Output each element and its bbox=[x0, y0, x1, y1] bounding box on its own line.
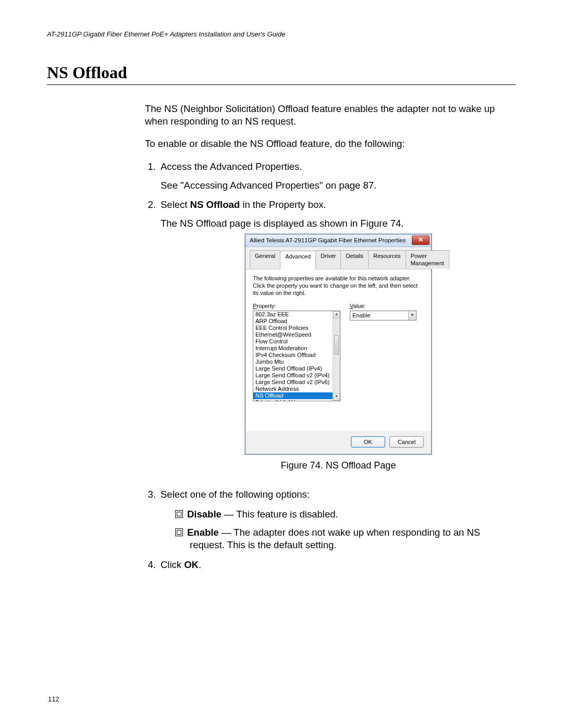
step-2-pre: Select bbox=[161, 199, 190, 210]
scroll-down-icon[interactable]: ▼ bbox=[333, 393, 340, 401]
tab-driver[interactable]: Driver bbox=[315, 250, 341, 269]
option-disable-label: Disable bbox=[187, 509, 222, 520]
advanced-panel: The following properties are available f… bbox=[246, 269, 431, 431]
property-item[interactable]: Priority & VLAN bbox=[253, 399, 333, 401]
tab-advanced[interactable]: Advanced bbox=[280, 251, 316, 269]
section-title: NS Offload bbox=[47, 63, 516, 85]
tab-resources[interactable]: Resources bbox=[368, 250, 406, 269]
tab-power-management[interactable]: Power Management bbox=[406, 250, 449, 269]
page-number: 112 bbox=[48, 695, 59, 703]
option-enable-label: Enable bbox=[187, 527, 219, 538]
option-enable: Enable — The adapter does not wake up wh… bbox=[175, 526, 516, 551]
dialog-titlebar: Allied Telesis AT-2911GP Gigabit Fiber E… bbox=[246, 235, 431, 247]
listbox-scrollbar[interactable]: ▲ ▼ bbox=[333, 311, 340, 401]
property-item[interactable]: Large Send Offload v2 (IPv6) bbox=[253, 379, 333, 386]
value-selected: Enable bbox=[350, 312, 408, 319]
property-item[interactable]: Large Send Offload v2 (IPv4) bbox=[253, 372, 333, 379]
ok-button[interactable]: OK bbox=[351, 436, 385, 448]
bullet-icon bbox=[175, 510, 183, 518]
step-1-sub: See "Accessing Advanced Properties" on p… bbox=[161, 179, 516, 192]
property-item[interactable]: EEE Control Policies bbox=[253, 325, 333, 331]
dialog-title: Allied Telesis AT-2911GP Gigabit Fiber E… bbox=[250, 237, 406, 244]
tab-details[interactable]: Details bbox=[340, 250, 369, 269]
properties-dialog: Allied Telesis AT-2911GP Gigabit Fiber E… bbox=[245, 234, 432, 454]
step-4: Click OK. bbox=[158, 559, 516, 571]
tab-general[interactable]: General bbox=[250, 250, 280, 269]
step-4-post: . bbox=[199, 559, 201, 570]
property-item[interactable]: ARP Offload bbox=[253, 318, 333, 325]
step-2-post: in the Property box. bbox=[240, 199, 326, 210]
property-item[interactable]: Large Send Offload (IPv4) bbox=[253, 365, 333, 372]
lead-paragraph: To enable or disable the NS Offload feat… bbox=[145, 138, 516, 150]
property-item[interactable]: Network Address bbox=[253, 386, 333, 392]
step-1: Access the Advanced Properties. See "Acc… bbox=[158, 161, 516, 191]
scroll-up-icon[interactable]: ▲ bbox=[333, 311, 340, 318]
bullet-icon bbox=[175, 528, 183, 536]
step-2-sub: The NS Offload page is displayed as show… bbox=[161, 217, 516, 230]
step-2: Select NS Offload in the Property box. T… bbox=[158, 199, 516, 481]
step-1-text: Access the Advanced Properties. bbox=[161, 161, 302, 172]
property-item[interactable]: Flow Control bbox=[253, 338, 333, 345]
option-disable-desc: — This feature is disabled. bbox=[222, 509, 338, 520]
step-3-text: Select one of the following options: bbox=[161, 489, 310, 500]
step-2-bold: NS Offload bbox=[190, 199, 240, 210]
close-button[interactable]: ✕ bbox=[412, 236, 430, 245]
property-listbox[interactable]: 802.3az EEEARP OffloadEEE Control Polici… bbox=[253, 311, 340, 401]
tabs-row: General Advanced Driver Details Resource… bbox=[246, 247, 431, 269]
intro-paragraph: The NS (Neighbor Solicitation) Offload f… bbox=[145, 103, 516, 127]
figure-74: Allied Telesis AT-2911GP Gigabit Fiber E… bbox=[161, 234, 516, 481]
body-text: The NS (Neighbor Solicitation) Offload f… bbox=[145, 103, 516, 571]
step-4-bold: OK bbox=[184, 559, 199, 570]
figure-caption: Figure 74. NS Offload Page bbox=[281, 460, 396, 472]
property-item[interactable]: Jumbo Mtu bbox=[253, 359, 333, 365]
steps-list: Access the Advanced Properties. See "Acc… bbox=[145, 161, 516, 571]
cancel-button[interactable]: Cancel bbox=[389, 436, 424, 448]
step-4-pre: Click bbox=[161, 559, 184, 570]
property-item[interactable]: Interrupt Moderation bbox=[253, 345, 333, 352]
property-item[interactable]: Ethernet@WireSpeed bbox=[253, 331, 333, 338]
dropdown-arrow-icon[interactable]: ▼ bbox=[408, 311, 416, 320]
property-item[interactable]: NS Offload bbox=[253, 392, 333, 399]
option-enable-desc: — The adapter does not wake up when resp… bbox=[190, 527, 480, 550]
option-disable: Disable — This feature is disabled. bbox=[175, 508, 516, 521]
property-label: Property: bbox=[253, 302, 340, 310]
dialog-footer: OK Cancel bbox=[246, 431, 431, 454]
page: AT-2911GP Gigabit Fiber Ethernet PoE+ Ad… bbox=[0, 0, 563, 599]
value-label: Value: bbox=[350, 302, 417, 310]
scroll-thumb[interactable] bbox=[334, 335, 339, 355]
property-item[interactable]: 802.3az EEE bbox=[253, 311, 333, 318]
value-dropdown[interactable]: Enable ▼ bbox=[350, 311, 417, 320]
property-item[interactable]: IPv4 Checksum Offload bbox=[253, 352, 333, 359]
options-list: Disable — This feature is disabled. Enab… bbox=[161, 508, 516, 551]
running-header: AT-2911GP Gigabit Fiber Ethernet PoE+ Ad… bbox=[47, 30, 516, 38]
step-3: Select one of the following options: Dis… bbox=[158, 488, 516, 551]
panel-explain: The following properties are available f… bbox=[253, 275, 424, 297]
